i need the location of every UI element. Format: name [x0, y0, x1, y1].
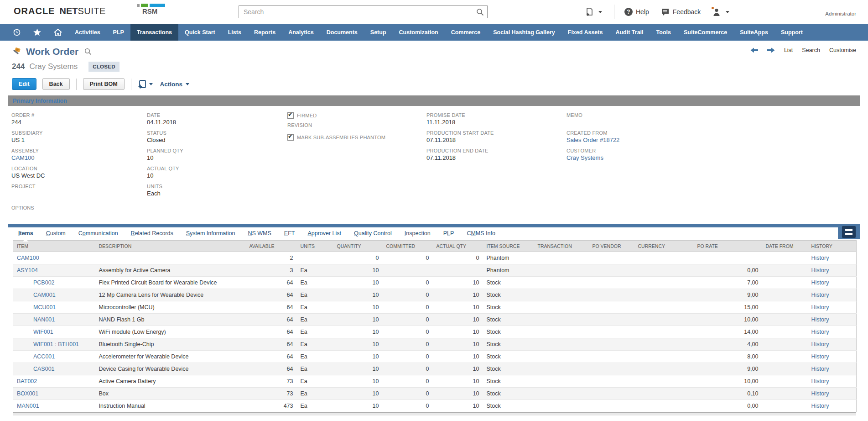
item-link[interactable]: WIF001 — [33, 329, 53, 335]
nav-item-social-hashtag-gallery[interactable]: Social Hashtag Gallery — [487, 24, 561, 41]
cell-description: Assembly for Active Camera — [95, 264, 246, 277]
cell-po_vendor — [589, 314, 634, 326]
subtab-approver-list[interactable]: Approver List — [301, 227, 348, 238]
favorites-star-icon[interactable] — [27, 24, 47, 41]
item-link[interactable]: BAT002 — [17, 378, 37, 384]
field-column-5: MEMOCREATED FROMSales Order #18722CUSTOM… — [567, 112, 702, 201]
search-icon[interactable] — [473, 6, 487, 18]
rsm-logo: RSM — [137, 4, 165, 15]
collapse-rows-icon[interactable] — [842, 226, 856, 238]
print-bom-button[interactable]: Print BOM — [83, 78, 125, 90]
subtab-related-records[interactable]: Related Records — [125, 227, 180, 238]
history-link[interactable]: History — [811, 353, 829, 360]
nav-item-analytics[interactable]: Analytics — [282, 24, 320, 41]
nav-item-suitecommerce[interactable]: SuiteCommerce — [677, 24, 733, 41]
history-link[interactable]: History — [811, 304, 829, 310]
cell-description: Flex Printed Circuit Board for Wearable … — [95, 277, 246, 289]
history-link[interactable]: History — [811, 378, 829, 384]
cell-item_source: Stock — [483, 388, 534, 400]
nav-item-transactions[interactable]: Transactions — [130, 24, 178, 41]
edit-button[interactable]: Edit — [12, 78, 36, 90]
nav-item-setup[interactable]: Setup — [364, 24, 393, 41]
history-link[interactable]: History — [811, 341, 829, 347]
help-menu[interactable]: ? Help — [624, 8, 649, 16]
history-link[interactable]: History — [811, 329, 829, 335]
field-value-link[interactable]: CAM100 — [11, 154, 147, 162]
subtab-inspection[interactable]: Inspection — [398, 227, 437, 238]
oracle-logo-text: ORACLE — [14, 6, 55, 16]
new-document-menu[interactable] — [138, 79, 153, 89]
item-link[interactable]: CAM001 — [33, 292, 56, 298]
options-label: OPTIONS — [0, 201, 868, 210]
roles-menu[interactable] — [712, 8, 729, 16]
firmed-checkbox[interactable]: ✔ — [287, 112, 294, 119]
back-button[interactable]: Back — [42, 78, 70, 90]
nav-item-activities[interactable]: Activities — [68, 24, 107, 41]
nav-item-documents[interactable]: Documents — [320, 24, 364, 41]
cell-item: WIF001 — [13, 326, 95, 338]
nav-item-lists[interactable]: Lists — [222, 24, 248, 41]
subtab-system-information[interactable]: System Information — [180, 227, 242, 238]
field-value-link[interactable]: Sales Order #18722 — [567, 137, 702, 144]
feedback-menu[interactable]: Feedback — [661, 8, 701, 16]
history-link[interactable]: History — [811, 279, 829, 286]
home-icon[interactable] — [47, 24, 68, 41]
create-new-menu[interactable] — [585, 7, 602, 16]
subtab-ns-wms[interactable]: NS WMS — [241, 227, 277, 238]
nav-item-quick-start[interactable]: Quick Start — [178, 24, 222, 41]
nav-item-commerce[interactable]: Commerce — [445, 24, 487, 41]
nav-item-tools[interactable]: Tools — [650, 24, 677, 41]
item-link[interactable]: ASY104 — [17, 267, 38, 274]
actions-menu[interactable]: Actions — [160, 81, 190, 88]
item-link[interactable]: BOX001 — [17, 390, 38, 397]
item-link[interactable]: NAN001 — [33, 316, 55, 323]
cell-committed: 0 — [383, 388, 433, 400]
global-search-input[interactable] — [239, 8, 473, 16]
search-link[interactable]: Search — [802, 47, 820, 53]
table-row: ACC001Accelerometer for Wearable Device6… — [13, 351, 857, 363]
nav-item-reports[interactable]: Reports — [248, 24, 282, 41]
nav-item-audit-trail[interactable]: Audit Trail — [609, 24, 650, 41]
history-link[interactable]: History — [811, 390, 829, 397]
table-row: PCB002Flex Printed Circuit Board for Wea… — [13, 277, 857, 289]
history-link[interactable]: History — [811, 316, 829, 323]
cell-po_vendor — [589, 264, 634, 277]
mark-sub-assemblies-phantom-checkbox[interactable]: ✔ — [287, 134, 294, 141]
recent-records-icon[interactable] — [6, 24, 27, 41]
history-link[interactable]: History — [811, 366, 829, 372]
history-link[interactable]: History — [811, 255, 829, 261]
field-value — [11, 190, 147, 197]
cell-description: Box — [95, 388, 246, 400]
cell-item: NAN001 — [13, 314, 95, 326]
nav-item-customization[interactable]: Customization — [393, 24, 445, 41]
record-search-icon[interactable] — [84, 48, 92, 55]
item-link[interactable]: CAM100 — [17, 255, 39, 261]
history-link[interactable]: History — [811, 267, 829, 274]
subtab-cmms-info[interactable]: CMMS Info — [460, 227, 502, 238]
item-link[interactable]: WIF001 : BTH001 — [33, 341, 79, 347]
item-link[interactable]: MAN001 — [17, 403, 39, 409]
history-link[interactable]: History — [811, 403, 829, 409]
customise-link[interactable]: Customise — [829, 47, 856, 53]
item-link[interactable]: CAS001 — [33, 366, 55, 372]
subtab-items[interactable]: Items — [12, 227, 40, 238]
nav-item-plp[interactable]: PLP — [107, 24, 130, 41]
field-customer: CUSTOMERCray Systems — [567, 148, 702, 162]
history-link[interactable]: History — [811, 292, 829, 298]
item-link[interactable]: MCU001 — [33, 304, 56, 310]
prev-record-arrow-icon[interactable] — [750, 47, 758, 53]
nav-item-support[interactable]: Support — [774, 24, 809, 41]
cell-actual_qty: 10 — [433, 388, 483, 400]
item-link[interactable]: PCB002 — [33, 279, 55, 286]
subtab-quality-control[interactable]: Quality Control — [348, 227, 398, 238]
nav-item-suiteapps[interactable]: SuiteApps — [733, 24, 774, 41]
list-link[interactable]: List — [784, 47, 793, 53]
subtab-plp[interactable]: PLP — [437, 227, 461, 238]
next-record-arrow-icon[interactable] — [767, 47, 775, 53]
nav-item-fixed-assets[interactable]: Fixed Assets — [561, 24, 609, 41]
subtab-communication[interactable]: Communication — [72, 227, 125, 238]
subtab-eft[interactable]: EFT — [278, 227, 301, 238]
subtab-custom[interactable]: Custom — [40, 227, 72, 238]
item-link[interactable]: ACC001 — [33, 353, 55, 360]
field-value-link[interactable]: Cray Systems — [567, 154, 702, 162]
